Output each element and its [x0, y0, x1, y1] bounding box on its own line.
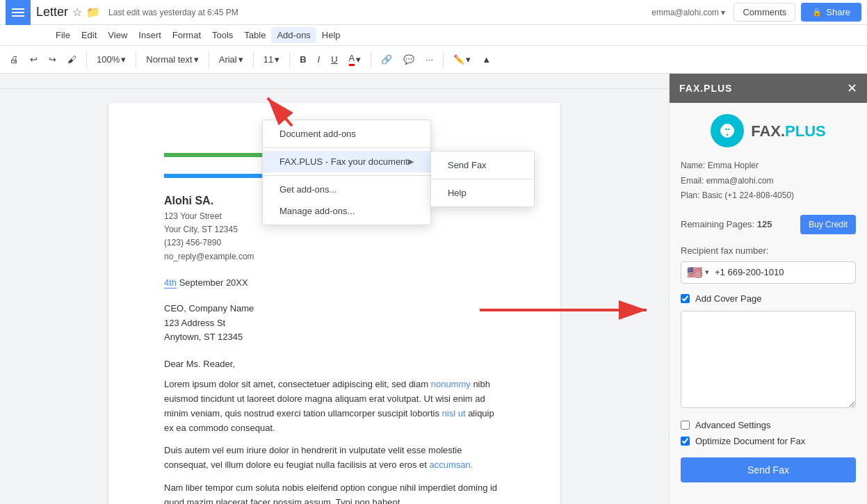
- fax-logo-plus: PLUS: [785, 122, 826, 140]
- menu-help[interactable]: Help: [316, 27, 346, 43]
- cover-page-row: Add Cover Page: [681, 293, 856, 304]
- toolbar-separator-1: [86, 51, 87, 68]
- advanced-settings-row: Advanced Settings: [681, 420, 856, 430]
- country-code-dropdown[interactable]: ▾: [705, 268, 709, 277]
- address-line-3: (123) 456-7890: [164, 236, 505, 250]
- text-color-button[interactable]: A ▾: [345, 50, 366, 69]
- menu-edit[interactable]: Edit: [76, 27, 102, 43]
- link-nonummy[interactable]: nonummy: [431, 379, 471, 389]
- redo-button[interactable]: ↪: [44, 51, 60, 67]
- italic-button[interactable]: I: [314, 51, 325, 67]
- style-chevron-icon: ▾: [194, 54, 199, 65]
- share-lock-icon: 🔒: [812, 8, 822, 17]
- print-button[interactable]: 🖨: [6, 51, 23, 67]
- side-panel-close-button[interactable]: ✕: [847, 81, 857, 96]
- link-button[interactable]: 🔗: [377, 51, 396, 67]
- body-paragraph-3: Nam liber tempor cum soluta nobis eleife…: [164, 481, 505, 504]
- date-underlined: 4th: [164, 277, 177, 288]
- addons-get-label: Get add-ons...: [279, 184, 337, 195]
- menu-addons[interactable]: Add-ons: [271, 27, 316, 43]
- remaining-text: Remaining Pages:: [681, 219, 754, 229]
- flag-icon: 🇺🇸: [687, 265, 702, 280]
- addons-dropdown-menu: Document add-ons FAX.PLUS - Fax your doc…: [262, 120, 431, 225]
- top-bar: Letter ☆ 📁 Last edit was yesterday at 6:…: [0, 0, 867, 25]
- cover-page-label: Add Cover Page: [695, 293, 761, 304]
- addons-faxplus-item[interactable]: FAX.PLUS - Fax your document ▶ Send Fax …: [263, 151, 430, 172]
- menu-overlay: Document add-ons FAX.PLUS - Fax your doc…: [262, 120, 431, 225]
- fax-submenu: Send Fax Help: [430, 151, 535, 207]
- menu-file[interactable]: File: [50, 27, 76, 43]
- addons-get-item[interactable]: Get add-ons...: [263, 179, 430, 200]
- last-edit-label: Last edit was yesterday at 6:45 PM: [108, 8, 651, 17]
- underline-icon: U: [331, 54, 337, 65]
- optimize-checkbox[interactable]: [681, 437, 690, 446]
- addons-manage-item[interactable]: Manage add-ons...: [263, 200, 430, 222]
- side-panel-header: FAX.PLUS ✕: [670, 74, 867, 103]
- side-panel-title: FAX.PLUS: [679, 83, 732, 94]
- print-icon: 🖨: [10, 54, 19, 65]
- remaining-count: 125: [757, 219, 772, 229]
- recipient-line-2: 123 Address St: [164, 316, 505, 331]
- send-fax-button[interactable]: Send Fax: [681, 457, 856, 482]
- body-paragraph-1: Lorem ipsum dolor sit amet, consectetuer…: [164, 377, 505, 435]
- cover-page-checkbox[interactable]: [681, 294, 690, 303]
- share-button-label: Share: [826, 7, 850, 17]
- remaining-label: Remaining Pages: 125: [681, 219, 772, 229]
- salutation: Dear Ms. Reader,: [164, 359, 505, 369]
- font-size-button[interactable]: 11 ▾: [259, 51, 284, 67]
- fax-submenu-help[interactable]: Help: [431, 182, 534, 204]
- toolbar: 🖨 ↩ ↪ 🖌 100% ▾ Normal text ▾ Arial ▾ 11 …: [0, 46, 867, 74]
- address-line-4: no_reply@example.com: [164, 250, 505, 263]
- menu-tools[interactable]: Tools: [206, 27, 238, 43]
- hamburger-menu-icon[interactable]: [6, 0, 31, 25]
- style-selector[interactable]: Normal text ▾: [142, 51, 202, 67]
- comment-button[interactable]: 💬: [399, 51, 419, 67]
- pencil-button[interactable]: ✏️▾: [449, 51, 475, 67]
- advanced-settings-checkbox[interactable]: [681, 421, 690, 430]
- share-button[interactable]: 🔒 Share: [801, 3, 861, 22]
- submenu-arrow-icon: ▶: [408, 157, 414, 166]
- user-email-line: Email: emma@alohi.com: [681, 174, 856, 189]
- menu-format[interactable]: Format: [167, 27, 206, 43]
- underline-button[interactable]: U: [327, 51, 341, 67]
- document-title[interactable]: Letter: [36, 5, 68, 19]
- user-plan-line: Plan: Basic (+1 224-808-4050): [681, 188, 856, 204]
- folder-icon[interactable]: 📁: [86, 6, 100, 19]
- bold-button[interactable]: B: [295, 51, 310, 67]
- text-color-chevron-icon: ▾: [356, 54, 361, 65]
- document-area: Alohi SA. 123 Your Street Your City, ST …: [0, 74, 669, 504]
- font-size-value: 11: [264, 54, 273, 65]
- undo-button[interactable]: ↩: [26, 51, 42, 67]
- fax-submenu-send[interactable]: Send Fax: [431, 154, 534, 176]
- cover-page-textarea[interactable]: [681, 311, 856, 408]
- toolbar-separator-3: [209, 51, 209, 68]
- zoom-value: 100%: [97, 54, 120, 65]
- side-panel-body: + FAX.PLUS Name: Emma Hopler Email: emma…: [670, 103, 867, 504]
- addons-document-item[interactable]: Document add-ons: [263, 123, 430, 145]
- star-icon[interactable]: ☆: [72, 6, 82, 19]
- recipient-fax-label: Recipient fax number:: [681, 245, 856, 256]
- comment-icon: 💬: [403, 54, 414, 65]
- chevron-up-button[interactable]: ▲: [478, 51, 495, 67]
- toolbar-separator-4: [253, 51, 254, 68]
- toolbar-separator-7: [443, 51, 444, 68]
- user-email[interactable]: emma@alohi.com ▾: [651, 8, 725, 17]
- zoom-selector[interactable]: 100% ▾: [92, 51, 130, 67]
- more-options-icon: ···: [426, 54, 433, 65]
- more-options-button[interactable]: ···: [421, 51, 437, 67]
- menu-view[interactable]: View: [102, 27, 133, 43]
- pencil-icon: ✏️: [453, 54, 464, 65]
- chevron-up-icon: ▲: [482, 54, 491, 65]
- font-family-button[interactable]: Arial ▾: [215, 51, 248, 67]
- link-nisl[interactable]: nisl ut: [442, 408, 466, 418]
- comments-button[interactable]: Comments: [734, 3, 795, 22]
- buy-credit-button[interactable]: Buy Credit: [800, 215, 856, 234]
- style-value: Normal text: [146, 54, 192, 65]
- addons-document-label: Document add-ons: [279, 129, 356, 139]
- menu-insert[interactable]: Insert: [133, 27, 167, 43]
- redo-icon: ↪: [49, 54, 56, 65]
- fax-number-input[interactable]: [715, 267, 850, 277]
- link-accumsan[interactable]: accumsan.: [430, 460, 473, 470]
- menu-table[interactable]: Table: [238, 27, 271, 43]
- paint-format-button[interactable]: 🖌: [63, 51, 81, 67]
